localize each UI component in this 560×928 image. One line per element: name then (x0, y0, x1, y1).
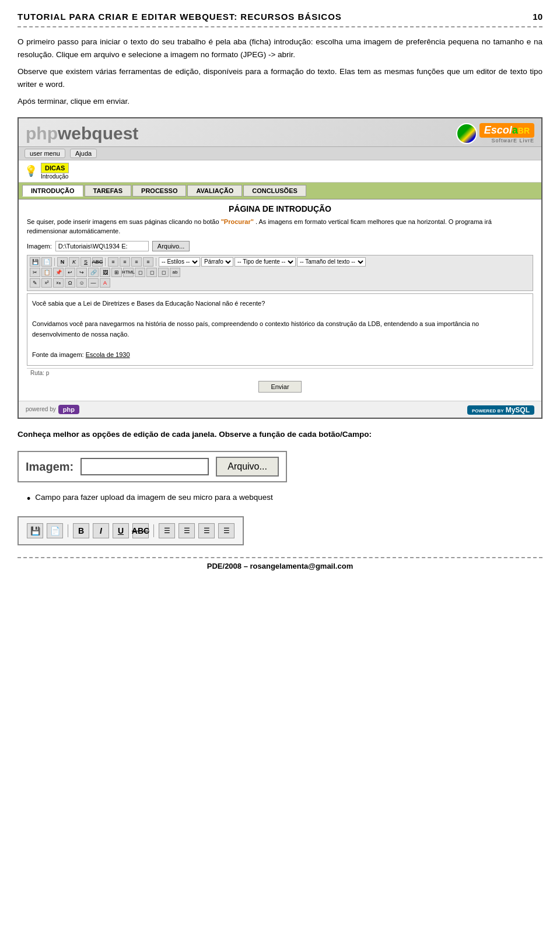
styles-select[interactable]: -- Estilos -- (159, 257, 200, 267)
nav-tarefas[interactable]: TAREFAS (85, 185, 132, 197)
wq-toolbar-row2: ✂ 📋 📌 ↩ ↪ 🔗 🖼 ⊞ HTML ◻ ◻ ◻ ab (30, 268, 530, 277)
ajuda-button[interactable]: Ajuda (70, 149, 97, 158)
nav-introducao[interactable]: INTRODUÇÃO (22, 185, 83, 197)
demo-align-left-btn[interactable]: ☰ (159, 523, 175, 538)
wq-intro-text: Se quiser, pode inserir imagens em suas … (27, 217, 533, 236)
wq-content: PÁGINA DE INTRODUÇÃO Se quiser, pode ins… (19, 199, 541, 401)
italic-btn[interactable]: K (69, 257, 79, 267)
demo-sep2 (153, 524, 154, 537)
demo-align-justify-btn[interactable]: ☰ (218, 523, 235, 538)
wq-logo-php: php (26, 124, 58, 143)
demo-align-right-btn[interactable]: ☰ (198, 523, 215, 538)
demo-new-btn[interactable]: 📄 (47, 523, 63, 538)
intro-paragraph2: Observe que existem várias ferramentas d… (18, 65, 542, 90)
powered-by-text: powered by (26, 406, 56, 412)
align-right-btn[interactable]: ≡ (131, 257, 142, 267)
bold-btn[interactable]: N (57, 257, 68, 267)
wq-toolbar: 💾 📄 N K S ABC ≡ ≡ ≡ ≡ -- Estilos -- Párr… (27, 255, 533, 291)
user-menu-button[interactable]: user menu (24, 149, 65, 158)
bullet-item: • Campo para fazer upload da imagem de s… (27, 493, 542, 506)
wq-submit-row: Enviar (27, 377, 533, 396)
imagem-demo: Imagem: Arquivo... (18, 451, 287, 482)
escola-logo: EscolaBR SoftwarE LivrE (456, 123, 534, 144)
table-icon[interactable]: ⊞ (111, 268, 122, 277)
wq-menu-bar: user menu Ajuda (19, 147, 541, 160)
more-btn1[interactable]: ◻ (135, 268, 145, 277)
demo-sep1 (68, 524, 68, 537)
software-livre-text: SoftwarE LivrE (480, 138, 534, 143)
bullet-text: Campo para fazer upload da imagem de seu… (35, 493, 272, 502)
font-type-select[interactable]: -- Tipo de fuente -- (235, 257, 296, 267)
nav-processo[interactable]: PROCESSO (132, 185, 186, 197)
lightbulb-icon: 💡 (24, 164, 37, 177)
enviar-button[interactable]: Enviar (258, 381, 301, 393)
footer-divider (18, 557, 542, 558)
arquivo-demo-button[interactable]: Arquivo... (216, 457, 279, 477)
link-icon[interactable]: 🔗 (88, 268, 99, 277)
escola-text: Escol (484, 124, 512, 136)
brasil-flag-icon (456, 123, 477, 144)
imagem-demo-input[interactable] (80, 458, 209, 475)
page-title: TUTORIAL PARA CRIAR E EDITAR WEBQUEST: R… (18, 12, 342, 22)
demo-bold-btn[interactable]: B (73, 523, 89, 538)
cut-icon[interactable]: ✂ (30, 268, 40, 277)
toolbar-demo: 💾 📄 B I U ABC ☰ ☰ ☰ ☰ (18, 516, 244, 545)
top-divider (18, 26, 542, 27)
toolbar-sep2 (105, 258, 106, 266)
demo-strikethrough-btn[interactable]: ABC (132, 523, 149, 538)
toolbar-sep1 (54, 258, 55, 266)
wq-logo-webquest: webquest (58, 124, 138, 143)
demo-align-center-btn[interactable]: ☰ (178, 523, 195, 538)
wq-toolbar-row3: ✎ x² x₂ Ω ☺ — A (30, 278, 530, 288)
dicas-badge: DICAS (41, 163, 69, 173)
demo-save-btn[interactable]: 💾 (27, 523, 43, 538)
undo-icon[interactable]: ↩ (65, 268, 75, 277)
php-badge: php (58, 405, 79, 414)
page-number: 10 (533, 12, 542, 22)
font-size-select[interactable]: -- Tamaño del texto -- (297, 257, 366, 267)
wq-image-row: Imagem: Arquivo... (27, 241, 533, 251)
wq-ruta: Ruta: p (27, 368, 533, 377)
imagem-label-wq: Imagem: (27, 243, 52, 250)
paste-icon[interactable]: 📌 (53, 268, 64, 277)
toolbar-sep3 (156, 258, 156, 266)
bullet-dot: • (27, 493, 30, 506)
demo-italic-btn[interactable]: I (93, 523, 109, 538)
arquivo-button-wq[interactable]: Arquivo... (152, 241, 190, 251)
save-icon[interactable]: 💾 (30, 257, 40, 267)
mysql-badge: POWERED BY MySQL (467, 405, 534, 415)
align-left-btn[interactable]: ≡ (108, 257, 118, 267)
more-btn3[interactable]: ◻ (158, 268, 169, 277)
footer-credit: PDE/2008 – rosangelamenta@gmail.com (18, 562, 542, 570)
nav-avaliacao[interactable]: AVALIAÇÃO (187, 185, 242, 197)
smiley-btn[interactable]: ☺ (76, 278, 87, 288)
wq-editor-area[interactable]: Você sabia que a Lei de Diretrizes e Bas… (27, 293, 533, 366)
demo-underline-btn[interactable]: U (113, 523, 129, 538)
omega-btn[interactable]: Ω (65, 278, 75, 288)
image-path-input[interactable] (55, 241, 149, 251)
nav-conclusoes[interactable]: CONCLUSÕES (243, 185, 306, 197)
new-doc-icon[interactable]: 📄 (41, 257, 52, 267)
image-icon[interactable]: 🖼 (100, 268, 110, 277)
subscript-btn[interactable]: x₂ (53, 278, 64, 288)
page-header: TUTORIAL PARA CRIAR E EDITAR WEBQUEST: R… (18, 12, 542, 22)
align-center-btn[interactable]: ≡ (120, 257, 130, 267)
format-select[interactable]: Párrafo (201, 257, 233, 267)
copy-icon[interactable]: 📋 (41, 268, 52, 277)
wq-footer: powered by php POWERED BY MySQL (19, 401, 541, 418)
spell-icon[interactable]: ab (170, 268, 180, 277)
editor-text2: Convidamos você para navegarmos na histó… (32, 319, 528, 339)
section2-heading: Conheça melhor as opções de edição de ca… (18, 428, 542, 441)
strikethrough-btn[interactable]: ABC (92, 257, 103, 267)
align-justify-btn[interactable]: ≡ (143, 257, 153, 267)
line-btn[interactable]: — (88, 278, 99, 288)
intro-paragraph1: O primeiro passo para iniciar o texto do… (18, 36, 542, 61)
color-icon[interactable]: A (100, 278, 110, 288)
more-btn2[interactable]: ◻ (146, 268, 157, 277)
wq-toolbar-row1: 💾 📄 N K S ABC ≡ ≡ ≡ ≡ -- Estilos -- Párr… (30, 257, 530, 267)
superscript-btn[interactable]: x² (41, 278, 52, 288)
underline-btn[interactable]: S (80, 257, 91, 267)
edit-icon[interactable]: ✎ (30, 278, 40, 288)
html-icon[interactable]: HTML (123, 268, 134, 277)
redo-icon[interactable]: ↪ (76, 268, 87, 277)
